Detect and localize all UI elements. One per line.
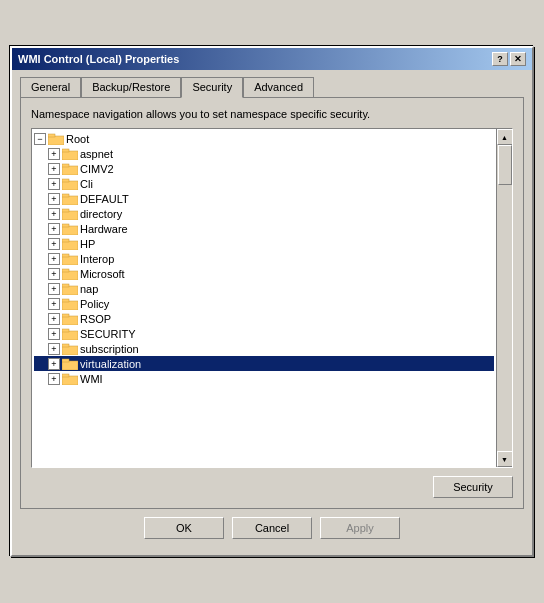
expand-icon-nap[interactable]: +	[48, 283, 60, 295]
label-virtualization: virtualization	[80, 358, 141, 370]
apply-button[interactable]: Apply	[320, 517, 400, 539]
tree-item-cli[interactable]: + Cli	[34, 176, 494, 191]
svg-rect-2	[62, 151, 78, 160]
expand-icon-default[interactable]: +	[48, 193, 60, 205]
svg-rect-24	[62, 316, 78, 325]
svg-rect-23	[62, 299, 69, 302]
tree-item-root[interactable]: − Root	[34, 131, 494, 146]
scroll-down-button[interactable]: ▼	[497, 451, 513, 467]
svg-rect-15	[62, 239, 69, 242]
label-aspnet: aspnet	[80, 148, 113, 160]
tree-item-virtualization[interactable]: + virtualization	[34, 356, 494, 371]
title-bar-buttons: ? ✕	[492, 52, 526, 66]
tree-item-aspnet[interactable]: + aspnet	[34, 146, 494, 161]
ok-button[interactable]: OK	[144, 517, 224, 539]
help-button[interactable]: ?	[492, 52, 508, 66]
svg-rect-28	[62, 346, 78, 355]
folder-icon-microsoft	[62, 267, 78, 280]
svg-rect-29	[62, 344, 69, 347]
tree-item-interop[interactable]: + Interop	[34, 251, 494, 266]
tree-item-hardware[interactable]: + Hardware	[34, 221, 494, 236]
label-interop: Interop	[80, 253, 114, 265]
svg-rect-11	[62, 209, 69, 212]
expand-icon-security-ns[interactable]: +	[48, 328, 60, 340]
tab-advanced[interactable]: Advanced	[243, 77, 314, 98]
expand-icon-interop[interactable]: +	[48, 253, 60, 265]
svg-rect-12	[62, 226, 78, 235]
tree-item-subscription[interactable]: + subscription	[34, 341, 494, 356]
expand-icon-cimv2[interactable]: +	[48, 163, 60, 175]
tab-general[interactable]: General	[20, 77, 81, 98]
tree-inner: − Root +	[32, 129, 496, 467]
folder-icon-root	[48, 132, 64, 145]
scroll-up-button[interactable]: ▲	[497, 129, 513, 145]
tree-item-directory[interactable]: + directory	[34, 206, 494, 221]
tree-item-rsop[interactable]: + RSOP	[34, 311, 494, 326]
close-button[interactable]: ✕	[510, 52, 526, 66]
label-nap: nap	[80, 283, 98, 295]
folder-icon-hardware	[62, 222, 78, 235]
svg-rect-30	[62, 361, 78, 370]
expand-icon-directory[interactable]: +	[48, 208, 60, 220]
tree-item-default[interactable]: + DEFAULT	[34, 191, 494, 206]
svg-rect-21	[62, 284, 69, 287]
folder-icon-aspnet	[62, 147, 78, 160]
tree-item-hp[interactable]: + HP	[34, 236, 494, 251]
svg-rect-3	[62, 149, 69, 152]
folder-icon-default	[62, 192, 78, 205]
folder-icon-wmi	[62, 372, 78, 385]
label-rsop: RSOP	[80, 313, 111, 325]
expand-icon-aspnet[interactable]: +	[48, 148, 60, 160]
tab-bar: General Backup/Restore Security Advanced	[20, 76, 524, 97]
folder-icon-policy	[62, 297, 78, 310]
expand-icon-wmi[interactable]: +	[48, 373, 60, 385]
svg-rect-19	[62, 269, 69, 272]
security-button-row: Security	[31, 476, 513, 498]
label-microsoft: Microsoft	[80, 268, 125, 280]
tab-security[interactable]: Security	[181, 77, 243, 98]
folder-icon-interop	[62, 252, 78, 265]
label-wmi: WMI	[80, 373, 103, 385]
expand-icon-policy[interactable]: +	[48, 298, 60, 310]
tree-scrollbar: ▲ ▼	[496, 129, 512, 467]
tree-item-cimv2[interactable]: + CIMV2	[34, 161, 494, 176]
tree-item-microsoft[interactable]: + Microsoft	[34, 266, 494, 281]
svg-rect-17	[62, 254, 69, 257]
svg-rect-16	[62, 256, 78, 265]
svg-rect-6	[62, 181, 78, 190]
expand-icon-subscription[interactable]: +	[48, 343, 60, 355]
svg-rect-10	[62, 211, 78, 220]
tree-item-policy[interactable]: + Policy	[34, 296, 494, 311]
expand-icon-root[interactable]: −	[34, 133, 46, 145]
expand-icon-virtualization[interactable]: +	[48, 358, 60, 370]
svg-rect-33	[62, 374, 69, 377]
tab-backup[interactable]: Backup/Restore	[81, 77, 181, 98]
expand-icon-cli[interactable]: +	[48, 178, 60, 190]
scroll-thumb[interactable]	[498, 145, 512, 185]
svg-rect-18	[62, 271, 78, 280]
window-title: WMI Control (Local) Properties	[18, 53, 179, 65]
folder-icon-directory	[62, 207, 78, 220]
svg-rect-0	[48, 136, 64, 145]
expand-icon-hp[interactable]: +	[48, 238, 60, 250]
tree-item-security-ns[interactable]: + SECURITY	[34, 326, 494, 341]
title-bar: WMI Control (Local) Properties ? ✕	[12, 48, 532, 70]
svg-rect-1	[48, 134, 55, 137]
expand-icon-rsop[interactable]: +	[48, 313, 60, 325]
svg-rect-20	[62, 286, 78, 295]
svg-rect-8	[62, 196, 78, 205]
tree-item-nap[interactable]: + nap	[34, 281, 494, 296]
expand-icon-microsoft[interactable]: +	[48, 268, 60, 280]
tab-content: Namespace navigation allows you to set n…	[20, 97, 524, 509]
svg-rect-25	[62, 314, 69, 317]
svg-rect-5	[62, 164, 69, 167]
expand-icon-hardware[interactable]: +	[48, 223, 60, 235]
cancel-button[interactable]: Cancel	[232, 517, 312, 539]
security-button[interactable]: Security	[433, 476, 513, 498]
svg-rect-31	[62, 359, 69, 362]
main-window: WMI Control (Local) Properties ? ✕ Gener…	[10, 46, 534, 557]
tree-item-wmi[interactable]: + WMI	[34, 371, 494, 386]
label-cli: Cli	[80, 178, 93, 190]
svg-rect-7	[62, 179, 69, 182]
bottom-buttons: OK Cancel Apply	[20, 509, 524, 547]
